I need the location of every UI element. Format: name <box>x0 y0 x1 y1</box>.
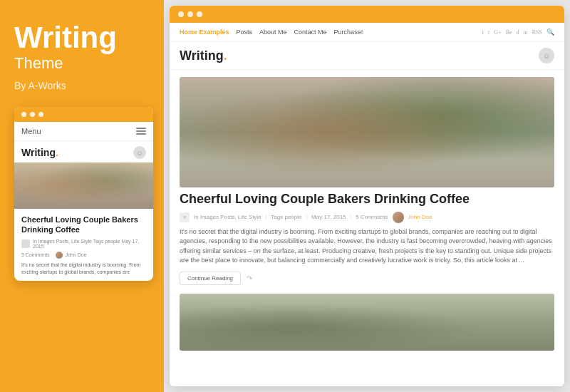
mobile-dot-2 <box>30 112 35 117</box>
mobile-article-content: Cheerful Loving Couple Bakers Drinking C… <box>14 209 153 281</box>
article-preview-2-image <box>180 294 554 351</box>
article-excerpt: It's no secret that the digital industry… <box>180 227 554 266</box>
share-icon[interactable]: ↷ <box>247 274 252 282</box>
mobile-header: Writing. ☺ <box>14 141 153 163</box>
nav-about[interactable]: About Me <box>259 29 287 36</box>
mobile-article-title: Cheerful Loving Couple Bakers Drinking C… <box>21 215 146 235</box>
meta-comments: 5 Comments <box>356 214 388 220</box>
article-meta: ■ In Images Posts, Life Style | Tags peo… <box>180 212 554 223</box>
article-card-1: Cheerful Loving Couple Bakers Drinking C… <box>180 77 554 285</box>
right-panel: Home Examples Posts About Me Contact Me … <box>164 0 570 392</box>
category-icon: ■ <box>180 212 190 222</box>
mobile-mockup: Menu Writing. ☺ Cheerful Loving Couple B… <box>14 107 153 281</box>
browser-window: Home Examples Posts About Me Contact Me … <box>170 6 564 386</box>
mobile-author: John Doe <box>66 252 87 257</box>
site-header: Writing. ☺ <box>170 42 564 70</box>
site-logo: Writing. <box>180 48 227 63</box>
nav-purchase[interactable]: Purchase! <box>334 29 363 36</box>
mobile-comments: 5 Comments <box>21 252 50 257</box>
continue-reading-button[interactable]: Continue Reading <box>180 272 241 285</box>
mobile-hero-image <box>14 163 153 209</box>
meta-category: In Images Posts, Life Style <box>194 214 261 220</box>
site-main: Cheerful Loving Couple Bakers Drinking C… <box>170 70 564 386</box>
nav-home[interactable]: Home Examples <box>180 29 229 36</box>
nav-posts[interactable]: Posts <box>237 29 253 36</box>
site-avatar-icon[interactable]: ☺ <box>539 48 554 63</box>
theme-title: Writing Theme <box>14 21 150 76</box>
twitter-icon[interactable]: t <box>488 29 489 36</box>
google-plus-icon[interactable]: G+ <box>494 29 501 36</box>
browser-dot-1 <box>178 11 184 17</box>
author-name: John Doe <box>408 214 432 220</box>
dribbble-icon[interactable]: d <box>517 29 519 36</box>
rss-icon[interactable]: RSS <box>532 29 542 36</box>
browser-dot-2 <box>187 11 193 17</box>
left-panel: Writing Theme By A-Works Menu Writing. ☺ <box>0 0 164 392</box>
search-icon[interactable]: 🔍 <box>546 29 554 36</box>
mobile-author-avatar <box>56 252 63 259</box>
mobile-dot-1 <box>21 112 26 117</box>
site-social-icons: f t G+ Be d in RSS 🔍 <box>482 29 554 36</box>
mobile-meta-text: In Images Posts, Life Style Tags people … <box>33 239 146 249</box>
mobile-meta-row: In Images Posts, Life Style Tags people … <box>21 239 146 249</box>
mobile-top-bar <box>14 107 153 122</box>
article-actions: Continue Reading ↷ <box>180 272 554 285</box>
mobile-logo: Writing. <box>21 147 58 158</box>
linkedin-icon[interactable]: in <box>524 29 528 36</box>
browser-content: Home Examples Posts About Me Contact Me … <box>170 23 564 386</box>
facebook-icon[interactable]: f <box>482 29 484 36</box>
behance-icon[interactable]: Be <box>506 29 512 36</box>
mobile-meta-icon <box>21 239 30 248</box>
article-hero-image <box>180 77 554 187</box>
theme-author: By A-Works <box>14 80 150 91</box>
mobile-menu-label: Menu <box>21 127 41 135</box>
author-avatar <box>393 212 404 223</box>
browser-chrome <box>170 6 564 23</box>
mobile-dot-3 <box>38 112 43 117</box>
hamburger-icon[interactable] <box>136 128 146 135</box>
site-nav-links: Home Examples Posts About Me Contact Me … <box>180 29 363 36</box>
article-title: Cheerful Loving Couple Bakers Drinking C… <box>180 192 554 207</box>
site-navbar: Home Examples Posts About Me Contact Me … <box>170 23 564 42</box>
meta-date: May 17, 2015 <box>311 214 346 220</box>
mobile-nav: Menu <box>14 122 153 141</box>
meta-tags: Tags people <box>271 214 301 220</box>
mobile-avatar-icon: ☺ <box>133 146 146 159</box>
mobile-meta-row-2: 5 Comments John Doe <box>21 252 146 259</box>
nav-contact[interactable]: Contact Me <box>294 29 327 36</box>
browser-dot-3 <box>197 11 202 17</box>
mobile-article-body: It's no secret that the digital industry… <box>21 262 146 276</box>
